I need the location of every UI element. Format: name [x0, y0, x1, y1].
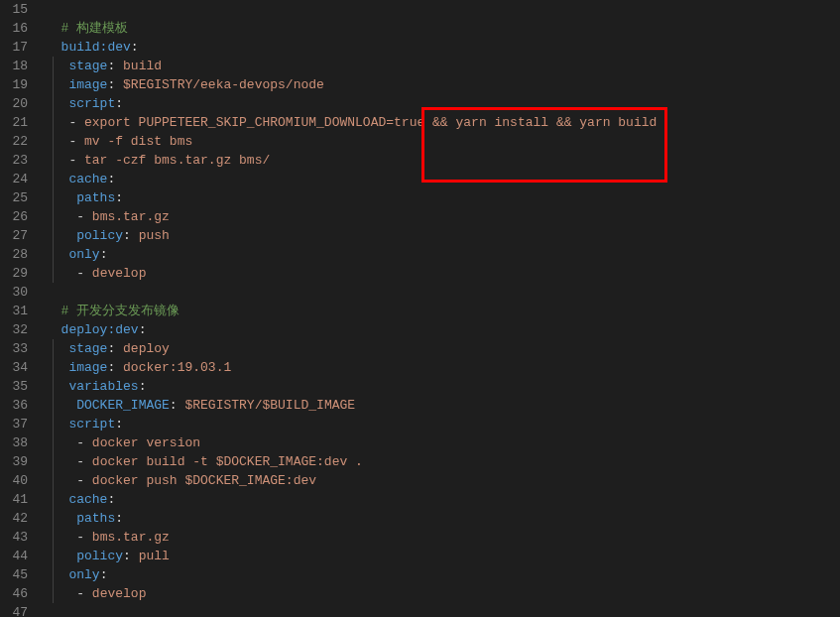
code-line[interactable]: image: docker:19.03.1 — [46, 358, 840, 377]
token-key: image — [68, 360, 107, 375]
code-line[interactable]: - mv -f dist bms — [46, 132, 840, 151]
code-line[interactable]: DOCKER_IMAGE: $REGISTRY/$BUILD_IMAGE — [46, 396, 840, 415]
code-line[interactable] — [46, 603, 840, 617]
token-punct: : — [115, 96, 123, 111]
line-number: 47 — [0, 603, 28, 617]
code-line[interactable]: - docker push $DOCKER_IMAGE:dev — [46, 471, 840, 490]
token-punct: : — [107, 360, 123, 375]
token-whitespace — [46, 567, 68, 582]
token-whitespace — [46, 304, 61, 318]
line-number: 24 — [0, 170, 28, 188]
line-number: 16 — [0, 19, 28, 38]
code-line[interactable]: image: $REGISTRY/eeka-devops/node — [46, 75, 840, 94]
code-line[interactable]: only: — [46, 245, 840, 264]
code-line[interactable]: - bms.tar.gz — [46, 207, 840, 226]
code-line[interactable]: cache: — [46, 170, 840, 188]
indent-guide — [53, 584, 54, 603]
code-line[interactable]: # 开发分支发布镜像 — [46, 302, 840, 320]
code-line[interactable]: cache: — [46, 490, 840, 509]
indent-guide — [53, 151, 54, 170]
indent-guide — [53, 57, 54, 75]
code-line[interactable]: paths: — [46, 188, 840, 207]
line-number-gutter: 1516171819202122232425262728293031323334… — [0, 0, 42, 617]
code-line[interactable]: variables: — [46, 377, 840, 396]
token-whitespace — [46, 549, 76, 563]
code-line[interactable]: - tar -czf bms.tar.gz bms/ — [46, 151, 840, 170]
token-whitespace — [46, 21, 61, 36]
line-number: 39 — [0, 452, 28, 471]
token-key: image — [68, 77, 107, 92]
token-whitespace — [46, 435, 76, 450]
token-punct: - — [76, 266, 92, 281]
line-number: 27 — [0, 226, 28, 245]
code-line[interactable]: - develop — [46, 264, 840, 283]
line-number: 22 — [0, 132, 28, 151]
token-punct: : — [115, 190, 123, 205]
code-line[interactable] — [46, 0, 840, 19]
line-number: 37 — [0, 415, 28, 433]
token-whitespace — [46, 398, 76, 413]
token-whitespace — [46, 379, 68, 394]
indent-guide — [53, 471, 54, 490]
indent-guide — [53, 170, 54, 188]
token-key: variables — [68, 379, 138, 394]
token-punct: : — [139, 322, 147, 337]
line-number: 36 — [0, 396, 28, 415]
code-editor[interactable]: 1516171819202122232425262728293031323334… — [0, 0, 840, 617]
line-number: 41 — [0, 490, 28, 509]
code-line[interactable]: - export PUPPETEER_SKIP_CHROMIUM_DOWNLOA… — [46, 113, 840, 132]
indent-guide — [53, 490, 54, 509]
code-line[interactable]: policy: pull — [46, 547, 840, 565]
token-punct: - — [68, 115, 84, 130]
token-whitespace — [46, 115, 68, 130]
code-line[interactable]: # 构建模板 — [46, 19, 840, 38]
token-whitespace — [46, 341, 68, 356]
token-str: docker push $DOCKER_IMAGE:dev — [92, 473, 316, 488]
token-key: build:dev — [61, 40, 131, 55]
code-line[interactable]: stage: build — [46, 57, 840, 75]
code-line[interactable]: script: — [46, 415, 840, 433]
code-line[interactable]: stage: deploy — [46, 339, 840, 358]
token-str: bms.tar.gz — [92, 530, 170, 545]
code-line[interactable]: paths: — [46, 509, 840, 528]
token-comment: # 构建模板 — [61, 21, 129, 36]
code-line[interactable]: - develop — [46, 584, 840, 603]
indent-guide — [53, 264, 54, 283]
line-number: 34 — [0, 358, 28, 377]
code-line[interactable]: - bms.tar.gz — [46, 528, 840, 547]
token-punct: : — [100, 567, 108, 582]
code-line[interactable]: build:dev: — [46, 38, 840, 57]
code-line[interactable] — [46, 283, 840, 302]
token-whitespace — [46, 530, 76, 545]
token-whitespace — [46, 96, 68, 111]
code-line[interactable]: - docker version — [46, 433, 840, 452]
line-number: 46 — [0, 584, 28, 603]
line-number: 45 — [0, 565, 28, 584]
indent-guide — [53, 433, 54, 452]
code-line[interactable]: only: — [46, 565, 840, 584]
code-line[interactable]: deploy:dev: — [46, 320, 840, 339]
indent-guide — [53, 415, 54, 433]
code-line[interactable]: policy: push — [46, 226, 840, 245]
token-punct: : — [107, 172, 115, 186]
token-key: deploy:dev — [61, 322, 139, 337]
line-number: 23 — [0, 151, 28, 170]
code-line[interactable]: - docker build -t $DOCKER_IMAGE:dev . — [46, 452, 840, 471]
indent-guide — [53, 452, 54, 471]
token-str: pull — [139, 549, 170, 563]
indent-guide — [53, 245, 54, 264]
token-whitespace — [46, 209, 76, 224]
token-punct: - — [76, 454, 92, 469]
code-line[interactable]: script: — [46, 94, 840, 113]
token-whitespace — [46, 59, 68, 73]
token-punct: : — [170, 398, 185, 413]
token-key: script — [68, 96, 115, 111]
indent-guide — [53, 339, 54, 358]
line-number: 38 — [0, 433, 28, 452]
token-whitespace — [46, 360, 68, 375]
token-comment: # 开发分支发布镜像 — [61, 304, 180, 318]
token-whitespace — [46, 40, 61, 55]
indent-guide — [53, 94, 54, 113]
indent-guide — [53, 509, 54, 528]
code-area[interactable]: # 构建模板 build:dev: stage: build image: $R… — [42, 0, 840, 617]
